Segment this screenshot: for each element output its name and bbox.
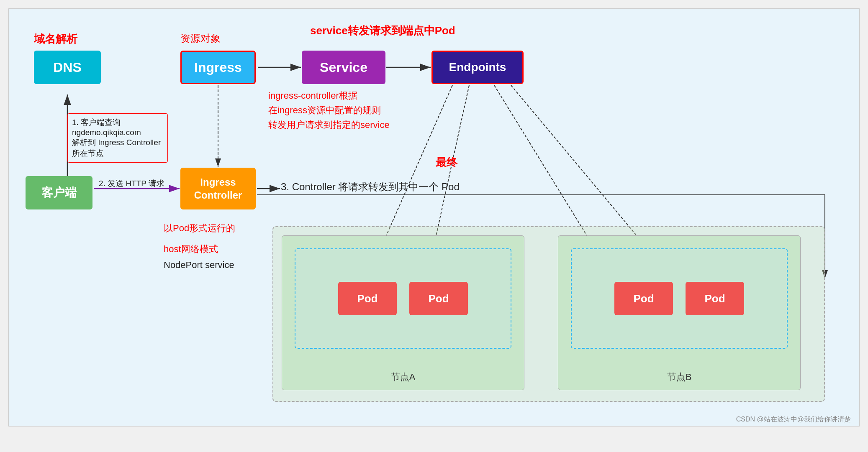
main-diagram: 域名解析 DNS 资源对象 service转发请求到端点中Pod Ingress… [8,8,860,426]
dns-box: DNS [34,51,101,84]
dns-query-line1: 1. 客户端查询 [72,117,163,128]
node-a-pods: Pod Pod [295,248,511,349]
node-a: Pod Pod 节点A [282,235,524,390]
host-network-label: host网络模式 [164,243,218,255]
dns-query-box: 1. 客户端查询 ngdemo.qikqia.com 解析到 Ingress C… [67,113,168,163]
node-b: Pod Pod 节点B [558,235,801,390]
pod-a2: Pod [409,282,468,315]
pod-b2: Pod [686,282,744,315]
pod-b1: Pod [614,282,673,315]
service-forward-label: service转发请求到端点中Pod [310,23,455,38]
send-http-label: 2. 发送 HTTP 请求 [99,178,164,189]
footer: CSDN @站在波涛中@我们给你讲清楚 [736,415,851,424]
endpoints-box: Endpoints [431,51,524,84]
nodes-area: Pod Pod 节点A Pod Pod 节点B [272,226,825,402]
service-box: Service [302,51,385,84]
step3-label: 3. Controller 将请求转发到其中一个 Pod [281,180,460,194]
pod-form-label: 以Pod形式运行的 [164,222,235,235]
ingress-box: Ingress [180,51,256,84]
nodeport-label: NodePort service [164,260,234,271]
resource-object-label: 资源对象 [180,32,221,45]
ic-desc-label: ingress-controller根据 在ingress资源中配置的规则 转发… [268,88,390,133]
node-b-pods: Pod Pod [571,248,788,349]
pod-a1: Pod [338,282,397,315]
client-box: 客户端 [26,176,92,209]
domain-label: 域名解析 [34,32,77,46]
dns-query-line2: ngdemo.qikqia.com [72,128,163,137]
finally-label: 最终 [436,155,457,170]
dns-query-line4: 所在节点 [72,148,163,159]
node-a-label: 节点A [282,371,524,383]
dns-query-line3: 解析到 Ingress Controller [72,137,163,148]
ingress-controller-box: Ingress Controller [180,168,256,209]
node-b-label: 节点B [558,371,800,383]
